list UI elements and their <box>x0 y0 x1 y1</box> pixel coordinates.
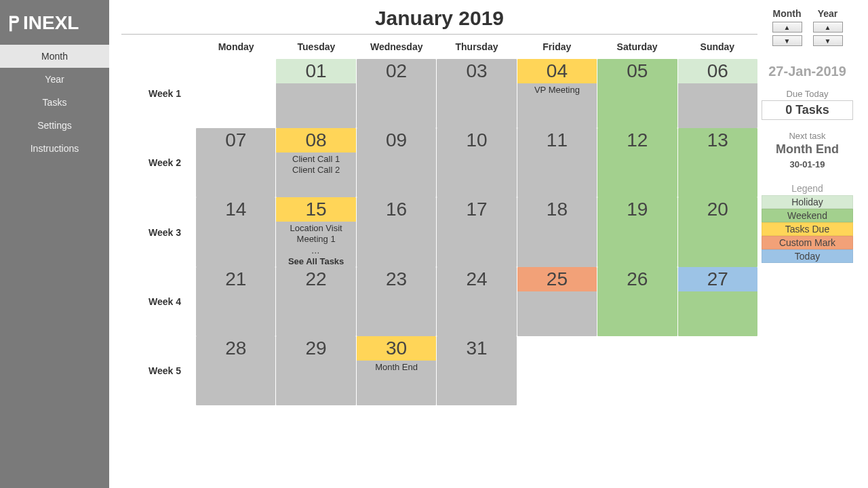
day-number: 01 <box>276 59 355 83</box>
day-cell[interactable]: 16 <box>357 197 436 267</box>
legend-item: Custom Mark <box>762 236 853 249</box>
legend-item: Weekend <box>762 209 853 222</box>
day-body <box>196 152 275 197</box>
day-body <box>276 291 355 336</box>
calendar: January 2019 MondayTuesdayWednesdayThurs… <box>121 4 757 488</box>
day-body <box>517 152 597 197</box>
day-cell <box>517 336 597 405</box>
day-number: 23 <box>357 267 436 291</box>
year-up-button[interactable]: ▲ <box>813 22 843 33</box>
brand-text: INEXL <box>23 12 79 34</box>
year-spinner-label: Year <box>813 8 843 19</box>
day-cell[interactable]: 20 <box>678 197 757 267</box>
day-cell[interactable]: 05 <box>597 59 677 128</box>
day-cell[interactable]: 04VP Meeting <box>517 59 597 128</box>
day-body <box>437 291 516 336</box>
day-cell[interactable]: 06 <box>678 59 757 128</box>
day-number: 26 <box>597 267 677 291</box>
day-cell[interactable]: 10 <box>437 128 516 197</box>
day-cell[interactable]: 18 <box>517 197 597 267</box>
day-cell[interactable]: 29 <box>276 336 355 405</box>
day-body <box>517 222 597 267</box>
day-cell[interactable]: 03 <box>437 59 516 128</box>
day-number: 09 <box>357 128 436 152</box>
day-number: 30 <box>357 336 436 361</box>
week-row: Week 5282930Month End31 <box>121 336 757 405</box>
main: January 2019 MondayTuesdayWednesdayThurs… <box>109 0 868 488</box>
week-label: Week 3 <box>121 197 196 267</box>
day-cell <box>597 336 677 405</box>
due-today-label: Due Today <box>762 89 853 99</box>
day-cell[interactable]: 26 <box>597 267 677 336</box>
day-body <box>597 83 677 128</box>
sidebar-item-instructions[interactable]: Instructions <box>0 137 109 160</box>
day-body <box>196 361 275 405</box>
day-number: 14 <box>196 197 275 222</box>
month-down-button[interactable]: ▼ <box>772 35 802 46</box>
task-entry: VP Meeting <box>519 85 595 96</box>
day-cell[interactable]: 13 <box>678 128 757 197</box>
task-entry: Location Visit <box>277 223 354 234</box>
day-cell[interactable]: 30Month End <box>357 336 436 405</box>
day-cell[interactable]: 17 <box>437 197 516 267</box>
spinner-group: Month ▲ ▼ Year ▲ ▼ <box>762 8 853 46</box>
today-date: 27-Jan-2019 <box>762 64 853 79</box>
day-cell[interactable]: 07 <box>196 128 275 197</box>
brand-logo: INEXL <box>0 0 109 45</box>
task-entry: Month End <box>358 362 435 373</box>
day-body <box>437 222 516 267</box>
month-up-button[interactable]: ▲ <box>772 22 802 33</box>
sidebar-item-month[interactable]: Month <box>0 45 109 68</box>
day-cell[interactable]: 14 <box>196 197 275 267</box>
year-spinner: Year ▲ ▼ <box>813 8 843 46</box>
sidebar-item-tasks[interactable]: Tasks <box>0 91 109 114</box>
day-number: 31 <box>437 336 516 361</box>
day-cell[interactable]: 25 <box>517 267 597 336</box>
task-overflow-icon: … <box>277 245 354 256</box>
task-entry: Meeting 1 <box>277 234 354 245</box>
day-body <box>678 152 757 197</box>
day-cell[interactable]: 27 <box>678 267 757 336</box>
day-cell[interactable]: 12 <box>597 128 677 197</box>
day-cell[interactable]: 28 <box>196 336 275 405</box>
day-body <box>276 83 355 128</box>
day-body <box>357 83 436 128</box>
week-row: Week 20708Client Call 1Client Call 20910… <box>121 128 757 197</box>
day-cell[interactable]: 15Location VisitMeeting 1…See All Tasks <box>276 197 355 267</box>
due-today-value: 0 Tasks <box>762 100 853 120</box>
header-spacer <box>121 35 196 59</box>
day-cell[interactable]: 08Client Call 1Client Call 2 <box>276 128 355 197</box>
day-cell[interactable]: 09 <box>357 128 436 197</box>
day-body <box>196 222 275 267</box>
day-cell[interactable]: 21 <box>196 267 275 336</box>
sidebar-item-year[interactable]: Year <box>0 68 109 91</box>
day-cell[interactable]: 31 <box>437 336 516 405</box>
sidebar-nav: MonthYearTasksSettingsInstructions <box>0 45 109 160</box>
year-down-button[interactable]: ▼ <box>813 35 843 46</box>
day-cell[interactable]: 02 <box>357 59 436 128</box>
day-header: Wednesday <box>357 35 437 59</box>
calendar-grid: Week 101020304VP Meeting0506Week 20708Cl… <box>121 59 757 405</box>
day-number: 19 <box>597 197 677 222</box>
day-number: 21 <box>196 267 275 291</box>
legend-item: Today <box>762 249 853 263</box>
day-number: 04 <box>517 59 597 83</box>
day-number: 03 <box>437 59 516 83</box>
day-cell[interactable]: 01 <box>276 59 355 128</box>
day-body <box>678 83 757 128</box>
right-panel: Month ▲ ▼ Year ▲ ▼ 27-Jan-2019 Due Today… <box>757 4 856 488</box>
day-cell[interactable]: 11 <box>517 128 597 197</box>
day-body <box>597 291 677 336</box>
day-cell[interactable]: 19 <box>597 197 677 267</box>
see-all-tasks-link[interactable]: See All Tasks <box>277 256 354 267</box>
day-cell[interactable]: 22 <box>276 267 355 336</box>
day-number: 13 <box>678 128 757 152</box>
day-body <box>437 152 516 197</box>
week-cells: 1415Location VisitMeeting 1…See All Task… <box>196 197 757 267</box>
day-cell[interactable]: 24 <box>437 267 516 336</box>
sidebar-item-settings[interactable]: Settings <box>0 114 109 137</box>
day-body <box>597 222 677 267</box>
day-number: 11 <box>517 128 597 152</box>
day-cell[interactable]: 23 <box>357 267 436 336</box>
day-cell <box>678 336 757 405</box>
